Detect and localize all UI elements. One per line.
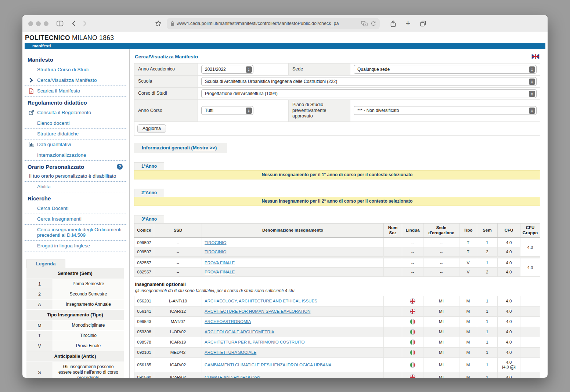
sede-select[interactable]: Qualunque sede▲▼ (354, 65, 537, 74)
sidebar-item-dati-quantitativi[interactable]: Dati quantitativi (25, 139, 126, 150)
sidebar-item-scarica-manifesto[interactable]: A Scarica il Manifesto (25, 86, 126, 97)
help-icon[interactable]: ? (117, 164, 123, 170)
course-link[interactable]: ARCHITETTURA SOCIALE (205, 350, 256, 355)
uk-flag-icon (410, 374, 415, 378)
lingua-cell: -- (402, 268, 423, 277)
legend-section-header: Anticipabile (Antic) (26, 351, 124, 362)
course-link[interactable]: ARCHITECTURE FOR HUMAN SPACE EXPLORATION (205, 309, 310, 313)
course-link[interactable]: TIROCINIO (205, 250, 226, 254)
course-link[interactable]: TIROCINIO (205, 240, 226, 245)
legend-section-header: Tipo Insegnamento (Tipo) (26, 310, 124, 320)
cfu-cell: 4.0 (498, 258, 520, 268)
mostra-link[interactable]: Mostra >> (193, 145, 215, 150)
zoom-button[interactable] (44, 21, 48, 26)
close-button[interactable] (28, 21, 33, 26)
course-link[interactable]: ARCHEOLOGIA E ARCHEOMETRIA (205, 330, 274, 334)
num-sez-cell (384, 372, 402, 378)
course-link[interactable]: ARCHITETTURA PER IL PATRIMONIO COSTRUITO (205, 340, 304, 344)
sidebar-item-cerca-insegnamenti[interactable]: Cerca Insegnamenti (25, 214, 126, 225)
corso-di-studi-select[interactable]: Progettazione dell'Architettura (1094)▲▼ (201, 89, 537, 98)
sidebar-item-label: Abilita (37, 184, 51, 189)
sidebar-toggle-icon[interactable] (57, 21, 64, 26)
tab-year-2[interactable]: 2°Anno (134, 189, 164, 197)
minimize-button[interactable] (36, 21, 41, 26)
column-header-codice: Codice (134, 223, 154, 238)
sidebar-item-label: Internazionalizzazione (37, 152, 86, 158)
back-button[interactable] (72, 20, 76, 27)
course-row: 099543MAT/07ARCHEOASTRONOMIAMIM14.0 (134, 316, 540, 327)
share-icon[interactable] (390, 20, 396, 27)
sidebar-item-label: Scarica il Manifesto (37, 88, 80, 94)
course-row: 056141ICAR/12ARCHITECTURE FOR HUMAN SPAC… (134, 306, 540, 316)
lingua-cell (402, 357, 423, 372)
sidebar-item-strutture-didattiche[interactable]: Strutture didattiche (25, 129, 126, 139)
browser-toolbar: www4.ceda.polimi.it/manifesti/manifesti/… (22, 15, 548, 32)
translate-icon[interactable]: a (361, 21, 368, 26)
column-header-ssd: SSD (154, 223, 202, 238)
sidebar-item-abilita[interactable]: Abilita (25, 182, 126, 192)
cfu-cell: 4.0 (498, 296, 520, 306)
column-header-cfu-gruppo: CFU Gruppo (520, 223, 540, 238)
cfu-gruppo-cell: 4.0 (520, 258, 540, 277)
anno-accademico-select[interactable]: 2021/2022▲▼ (201, 65, 253, 74)
it-flag-icon (410, 362, 415, 368)
sidebar-item-struttura-corso[interactable]: Struttura Corso di Studi (25, 65, 126, 75)
course-link[interactable]: CAMBIAMENTI CLIMATICI E RESILIENZA IDROL… (205, 363, 332, 367)
tab-year-3[interactable]: 3°Anno (134, 215, 164, 223)
browser-window: www4.ceda.polimi.it/manifesti/manifesti/… (22, 15, 548, 378)
info-prefix: Informazioni generali ( (142, 145, 193, 150)
tipo-cell: M (459, 306, 477, 316)
sidebar-section-regolamento: Regolamento didattico (25, 97, 126, 108)
url-text: www4.ceda.polimi.it/manifesti/manifesti/… (177, 21, 359, 26)
denominazione-cell: PROVA FINALE (202, 268, 384, 277)
sidebar-item-label: Struttura Corso di Studi (37, 67, 89, 72)
scuola-select[interactable]: Scuola di Architettura Urbanistica Ingeg… (201, 77, 537, 86)
svg-text:A: A (30, 91, 32, 93)
tab-year-1[interactable]: 1°Anno (134, 162, 164, 170)
new-tab-button[interactable]: + (406, 20, 411, 27)
external-link-icon (29, 110, 35, 116)
sidebar-item-elenco-docenti[interactable]: Elenco docenti (25, 118, 126, 129)
cfu-gruppo-cell (520, 316, 540, 327)
sem-cell: 1 (477, 316, 498, 327)
sidebar-item-cerca-ordinamenti-precedenti[interactable]: Cerca insegnamenti degli Ordinamenti pre… (25, 225, 126, 241)
course-link[interactable]: CLIMATE AND HYDROLOGY (205, 375, 261, 378)
column-header-sede-d-erogazione: Sede d'erogazione (423, 223, 459, 238)
lingua-cell (402, 316, 423, 327)
course-link[interactable]: PROVA FINALE (205, 261, 235, 265)
course-table: CodiceSSDDenominazione InsegnamentoNum S… (134, 223, 540, 378)
ssd-cell: MED/42 (154, 347, 202, 357)
sede-erogazione-cell: MI (423, 357, 459, 372)
tab-overview-icon[interactable] (420, 20, 426, 27)
corso-di-studi-label: Corso di Studi (134, 88, 198, 100)
sidebar-item-cerca-docenti[interactable]: Cerca Docenti (25, 203, 126, 214)
sidebar-section-manifesto: Manifesto (25, 54, 126, 65)
sidebar-item-erogati-inglese[interactable]: Erogati in lingua Inglese (25, 241, 126, 251)
cfu-gruppo-cell (520, 327, 540, 337)
sidebar-item-label: Cerca Docenti (37, 206, 69, 211)
course-link[interactable]: ARCHAEOLOGY, ARCHITECTURE AND ETHICAL IS… (205, 299, 317, 303)
tipo-cell: M (459, 327, 477, 337)
address-bar[interactable]: www4.ceda.polimi.it/manifesti/manifesti/… (167, 18, 380, 29)
cfu-cell: 4.0 (498, 306, 520, 316)
bookmark-star-icon[interactable] (155, 20, 162, 27)
num-sez-cell (384, 357, 402, 372)
sidebar-item-label: Cerca insegnamenti degli Ordinamenti pre… (37, 227, 122, 238)
window-controls (28, 21, 48, 26)
lingua-cell: -- (402, 238, 423, 247)
legend-key: V (26, 341, 53, 351)
sidebar-item-label: Cerca Insegnamenti (37, 216, 82, 222)
aggiorna-button[interactable]: Aggiorna (137, 124, 166, 133)
sidebar-item-consulta-regolamento[interactable]: Consulta il Regolamento (25, 108, 126, 118)
column-header-num-sez: Num Sez (384, 223, 402, 238)
sidebar-item-internazionalizzazione[interactable]: Internazionalizzazione (25, 150, 126, 161)
sidebar-item-cerca-visualizza-manifesto[interactable]: Cerca/Visualizza Manifesto (25, 75, 126, 86)
codice-cell: 099507 (134, 238, 154, 247)
course-link[interactable]: ARCHEOASTRONOMIA (205, 319, 251, 324)
uk-flag-language-toggle-icon[interactable] (531, 54, 540, 59)
forward-button[interactable] (83, 20, 87, 27)
piano-di-studio-select[interactable]: *** - Non diversificato▲▼ (354, 106, 537, 115)
anno-corso-select[interactable]: Tutti▲▼ (201, 106, 253, 115)
reload-icon[interactable] (371, 21, 376, 26)
course-link[interactable]: PROVA FINALE (205, 270, 235, 274)
